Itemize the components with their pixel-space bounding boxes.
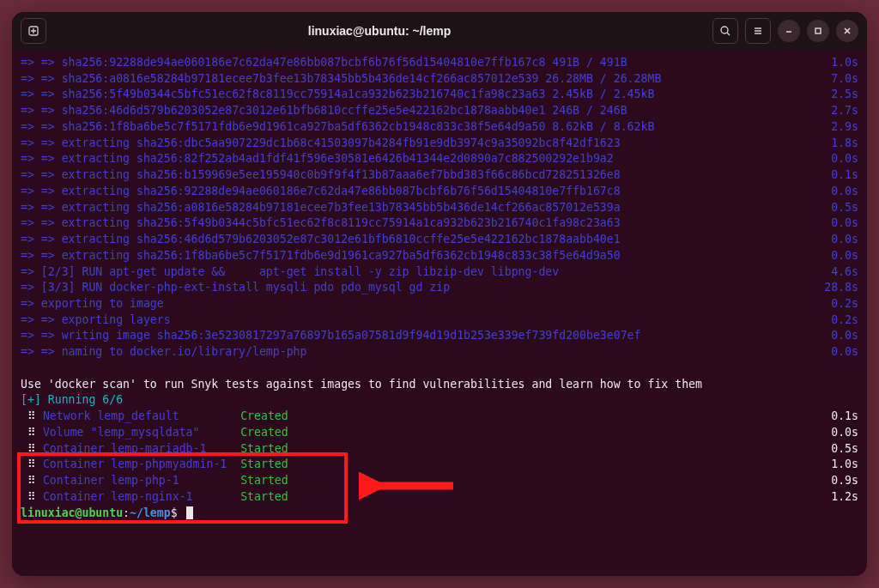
svg-line-4	[727, 33, 730, 35]
new-tab-button[interactable]	[21, 18, 46, 44]
search-button[interactable]	[712, 18, 738, 44]
svg-rect-9	[815, 28, 821, 33]
titlebar: linuxiac@ubuntu: ~/lemp	[12, 12, 867, 50]
close-button[interactable]	[836, 20, 858, 42]
maximize-button[interactable]	[807, 20, 829, 42]
minimize-button[interactable]	[778, 20, 800, 42]
svg-point-3	[721, 27, 728, 33]
menu-button[interactable]	[745, 18, 771, 44]
window-title: linuxiac@ubuntu: ~/lemp	[55, 24, 704, 38]
terminal-window: linuxiac@ubuntu: ~/lemp => => sha256:922…	[12, 12, 867, 576]
terminal-output[interactable]: => => sha256:92288de94ae060186e7c62da47e…	[12, 50, 867, 576]
